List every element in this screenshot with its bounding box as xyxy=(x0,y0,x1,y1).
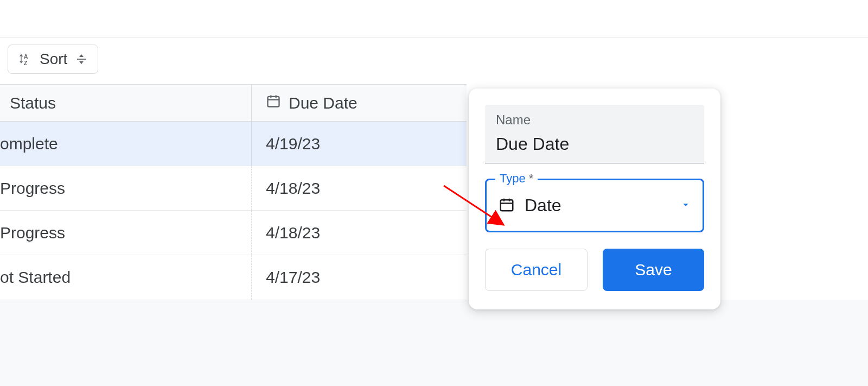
save-button[interactable]: Save xyxy=(603,249,704,291)
top-divider xyxy=(0,0,868,38)
column-header-due-date-label: Due Date xyxy=(289,94,358,112)
column-settings-popover: Name Due Date Type * Date Cancel Save xyxy=(469,88,720,309)
type-select-value: Date xyxy=(525,195,670,216)
svg-rect-7 xyxy=(501,200,513,211)
column-header-due-date[interactable]: Due Date xyxy=(252,85,467,121)
cell-status: Progress xyxy=(0,211,252,255)
name-field[interactable]: Name Due Date xyxy=(485,105,704,163)
table-row[interactable]: Progress 4/18/23 xyxy=(0,166,467,211)
table-header-row: Status Due Date xyxy=(0,85,467,122)
type-select[interactable]: Type * Date xyxy=(485,179,704,232)
table-row[interactable]: ot Started 4/17/23 xyxy=(0,255,467,300)
column-header-status[interactable]: Status xyxy=(0,85,252,121)
name-field-value: Due Date xyxy=(496,134,693,154)
dropdown-caret-icon xyxy=(680,199,692,213)
sort-button[interactable]: A Z Sort xyxy=(8,45,98,74)
cell-due-date: 4/19/23 xyxy=(252,135,467,153)
sort-label: Sort xyxy=(40,50,67,68)
row-height-icon xyxy=(75,53,88,66)
cell-due-date: 4/17/23 xyxy=(252,268,467,287)
table-row[interactable]: Progress 4/18/23 xyxy=(0,211,467,255)
data-table: Status Due Date omplete 4/19/23 Progress… xyxy=(0,84,467,300)
svg-text:A: A xyxy=(24,53,28,60)
calendar-icon xyxy=(499,197,515,215)
sort-az-icon: A Z xyxy=(18,52,32,66)
button-row: Cancel Save xyxy=(485,249,704,291)
cell-status: ot Started xyxy=(0,255,252,300)
canvas-area xyxy=(0,300,868,386)
column-header-status-label: Status xyxy=(10,94,56,112)
calendar-icon xyxy=(266,93,281,112)
table-row[interactable]: omplete 4/19/23 xyxy=(0,122,467,166)
type-field-label: Type * xyxy=(495,172,538,186)
cell-status: Progress xyxy=(0,166,252,210)
cell-due-date: 4/18/23 xyxy=(252,179,467,198)
cell-due-date: 4/18/23 xyxy=(252,224,467,242)
svg-text:Z: Z xyxy=(24,60,28,66)
name-field-label: Name xyxy=(496,112,693,128)
cell-status: omplete xyxy=(0,122,252,166)
svg-rect-3 xyxy=(268,97,279,107)
cancel-button[interactable]: Cancel xyxy=(485,249,588,291)
